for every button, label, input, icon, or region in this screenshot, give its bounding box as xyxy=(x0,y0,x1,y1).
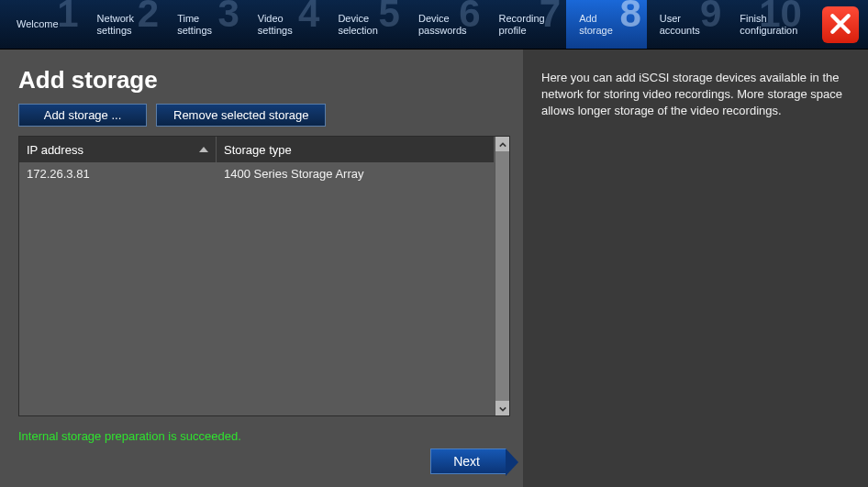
step-label: Video settings xyxy=(258,13,320,37)
scroll-up-button[interactable] xyxy=(495,137,509,151)
step-device-passwords[interactable]: 6 Device passwords xyxy=(406,0,486,49)
column-header-ip[interactable]: IP address xyxy=(19,137,217,162)
column-header-label: Storage type xyxy=(224,143,292,157)
step-device-selection[interactable]: 5 Device selection xyxy=(325,0,406,49)
table-scrollbar[interactable] xyxy=(495,137,509,415)
help-text: Here you can add iSCSI storage devices a… xyxy=(541,70,844,119)
step-label: Device selection xyxy=(338,13,400,37)
wizard-stepbar: 1 Welcome 2 Network settings 3 Time sett… xyxy=(0,0,868,50)
step-welcome[interactable]: 1 Welcome xyxy=(4,0,84,49)
step-label: User accounts xyxy=(660,13,722,37)
step-user-accounts[interactable]: 9 User accounts xyxy=(647,0,728,49)
step-label: Welcome xyxy=(17,18,79,30)
button-row: Add storage ... Remove selected storage xyxy=(18,104,510,127)
content-panel: Add storage Add storage ... Remove selec… xyxy=(0,50,523,487)
step-label: Recording profile xyxy=(499,13,562,37)
step-label: Device passwords xyxy=(418,13,481,37)
step-video-settings[interactable]: 4 Video settings xyxy=(245,0,326,49)
step-label: Network settings xyxy=(97,13,160,37)
status-text: Internal storage preparation is succeede… xyxy=(18,429,510,443)
cell-ip[interactable]: 172.26.3.81 xyxy=(19,162,217,186)
chevron-up-icon xyxy=(499,138,506,151)
scroll-down-button[interactable] xyxy=(495,401,509,415)
scroll-track[interactable] xyxy=(495,151,509,401)
cell-type[interactable]: 1400 Series Storage Array xyxy=(217,162,495,186)
step-network-settings[interactable]: 2 Network settings xyxy=(84,0,165,49)
step-label: Add storage xyxy=(579,13,641,37)
close-button[interactable] xyxy=(822,6,859,43)
step-finish-configuration[interactable]: 10 Finish configuration xyxy=(727,0,807,49)
next-button[interactable]: Next xyxy=(430,448,506,474)
help-panel: Here you can add iSCSI storage devices a… xyxy=(523,50,868,487)
storage-table: IP address 172.26.3.81 Storage type 1400… xyxy=(18,136,510,416)
step-time-settings[interactable]: 3 Time settings xyxy=(164,0,245,49)
add-storage-button[interactable]: Add storage ... xyxy=(18,104,147,127)
sort-ascending-icon xyxy=(199,147,208,152)
step-label: Finish configuration xyxy=(740,13,802,37)
page-title: Add storage xyxy=(18,66,510,94)
close-icon xyxy=(829,12,852,39)
chevron-down-icon xyxy=(499,402,506,415)
step-recording-profile[interactable]: 7 Recording profile xyxy=(486,0,567,49)
column-header-label: IP address xyxy=(27,143,83,157)
main-area: Add storage Add storage ... Remove selec… xyxy=(0,50,868,487)
step-label: Time settings xyxy=(177,13,239,37)
column-header-type[interactable]: Storage type xyxy=(217,137,495,162)
remove-storage-button[interactable]: Remove selected storage xyxy=(156,104,326,127)
step-add-storage[interactable]: 8 Add storage xyxy=(566,0,647,49)
